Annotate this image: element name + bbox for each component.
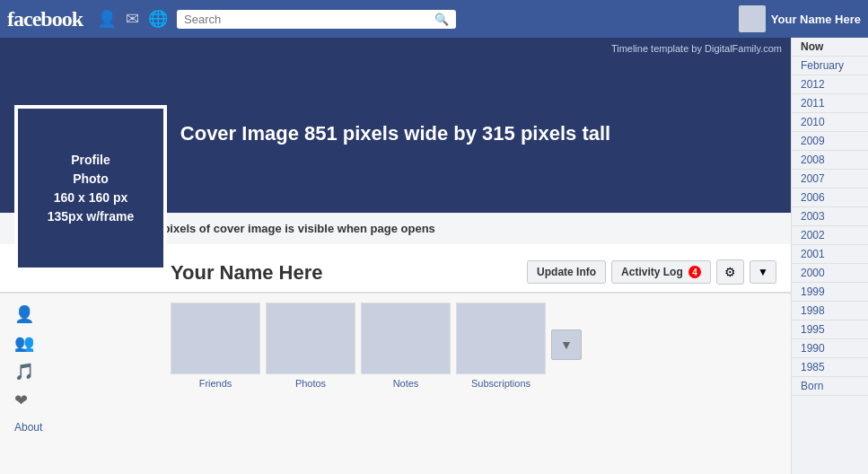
activity-log-label: Activity Log xyxy=(621,266,683,278)
friends-nav-icon[interactable]: 👤 xyxy=(97,9,117,29)
top-navigation: facebook 👤 ✉ 🌐 🔍 Your Name Here xyxy=(0,0,868,38)
timeline-item-now[interactable]: Now xyxy=(792,38,868,57)
gear-button[interactable]: ⚙ xyxy=(716,259,744,285)
subscriptions-section-block: Subscriptions xyxy=(456,303,546,389)
notes-section-block: Notes xyxy=(361,303,451,389)
profile-photo-label-line3: 160 x 160 px xyxy=(54,189,128,207)
center-content: Timeline template by DigitalFamily.com C… xyxy=(0,38,791,474)
right-timeline: Now February 2012 2011 2010 2009 2008 20… xyxy=(791,38,868,474)
photos-section-block: Photos xyxy=(266,303,355,389)
left-mini: 👤 👥 🎵 ❤ About xyxy=(0,294,171,474)
timeline-item-1999[interactable]: 1999 xyxy=(792,283,868,302)
mini-icon-row-1: 👤 xyxy=(14,303,171,326)
timeline-item-2000[interactable]: 2000 xyxy=(792,264,868,283)
timeline-item-1995[interactable]: 1995 xyxy=(792,320,868,339)
timeline-item-2010[interactable]: 2010 xyxy=(792,113,868,132)
dropdown-button[interactable]: ▼ xyxy=(750,260,776,284)
activity-log-button[interactable]: Activity Log 4 xyxy=(611,260,711,285)
timeline-item-2012[interactable]: 2012 xyxy=(792,75,868,94)
update-info-button[interactable]: Update Info xyxy=(527,260,606,284)
search-bar: 🔍 xyxy=(177,10,456,29)
search-icon[interactable]: 🔍 xyxy=(434,13,449,26)
dropdown-icon: ▼ xyxy=(758,266,768,278)
mini-icon-row-4: ❤ xyxy=(14,389,171,412)
about-label[interactable]: About xyxy=(14,421,171,434)
music-icon: 🎵 xyxy=(14,362,34,382)
timeline-item-born[interactable]: Born xyxy=(792,377,868,396)
timeline-item-2006[interactable]: 2006 xyxy=(792,189,868,207)
photos-thumbnail xyxy=(266,303,355,374)
timeline-item-2008[interactable]: 2008 xyxy=(792,151,868,170)
mini-icon-row-2: 👥 xyxy=(14,331,171,355)
user-name-nav[interactable]: Your Name Here xyxy=(771,13,861,26)
timeline-item-1990[interactable]: 1990 xyxy=(792,339,868,358)
friends-section-block: Friends xyxy=(171,303,260,389)
friends-thumbnail xyxy=(171,303,260,374)
profile-photo-label-line4: 135px w/frame xyxy=(48,207,135,226)
messages-nav-icon[interactable]: ✉ xyxy=(126,9,139,29)
notes-label[interactable]: Notes xyxy=(393,378,419,389)
timeline-item-february[interactable]: February xyxy=(792,57,868,75)
timeline-item-1985[interactable]: 1985 xyxy=(792,358,868,377)
timeline-item-2011[interactable]: 2011 xyxy=(792,94,868,113)
subscriptions-thumbnail xyxy=(456,303,546,374)
photos-label[interactable]: Photos xyxy=(295,378,326,389)
friends-label[interactable]: Friends xyxy=(199,378,232,389)
mini-icon-row-3: 🎵 xyxy=(14,360,171,383)
search-input[interactable] xyxy=(184,13,431,26)
gear-icon: ⚙ xyxy=(724,265,736,279)
timeline-item-2007[interactable]: 2007 xyxy=(792,170,868,189)
user-area: Your Name Here xyxy=(739,5,861,32)
cover-area: Timeline template by DigitalFamily.com C… xyxy=(0,38,791,244)
user-avatar xyxy=(739,5,766,32)
profile-name: Your Name Here xyxy=(171,252,527,292)
profile-actions: Update Info Activity Log 4 ⚙ ▼ xyxy=(527,259,776,292)
timeline-item-2002[interactable]: 2002 xyxy=(792,226,868,245)
timeline-item-2001[interactable]: 2001 xyxy=(792,245,868,264)
timeline-item-2009[interactable]: 2009 xyxy=(792,132,868,151)
timeline-item-2003[interactable]: 2003 xyxy=(792,207,868,226)
facebook-logo: facebook xyxy=(7,7,83,31)
main-container: Timeline template by DigitalFamily.com C… xyxy=(0,38,868,474)
globe-nav-icon[interactable]: 🌐 xyxy=(148,9,168,29)
notes-thumbnail xyxy=(361,303,451,374)
activity-badge: 4 xyxy=(688,266,701,278)
heart-icon: ❤ xyxy=(14,391,28,410)
friends-section: Friends Photos Notes Subscriptions xyxy=(171,294,791,474)
timeline-item-1998[interactable]: 1998 xyxy=(792,302,868,320)
subscriptions-label[interactable]: Subscriptions xyxy=(471,378,530,389)
template-credit: Timeline template by DigitalFamily.com xyxy=(611,43,782,54)
bottom-area: 👤 👥 🎵 ❤ About Friends xyxy=(0,293,791,474)
profile-photo-label-line1: Profile xyxy=(71,151,110,170)
person-icon: 👤 xyxy=(14,304,34,324)
group-icon: 👥 xyxy=(14,333,34,353)
profile-photo-label-line2: Photo xyxy=(73,170,109,189)
profile-photo-box: Profile Photo 160 x 160 px 135px w/frame xyxy=(14,105,167,271)
more-tabs-button[interactable]: ▼ xyxy=(551,329,582,360)
